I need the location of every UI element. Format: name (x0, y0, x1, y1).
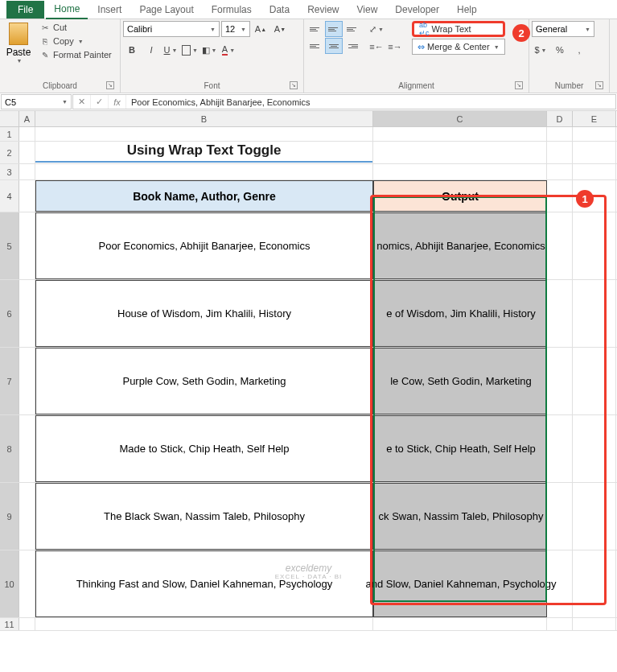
chevron-down-icon: ▼ (17, 58, 23, 64)
row-header-7[interactable]: 7 (0, 348, 19, 414)
select-all-button[interactable] (0, 111, 19, 126)
col-header-e[interactable]: E (573, 111, 616, 126)
fill-color-button[interactable]: ◧▼ (200, 42, 218, 58)
font-dialog-launcher[interactable]: ↘ (290, 81, 298, 89)
underline-button[interactable]: U▼ (162, 42, 179, 58)
paste-icon (9, 23, 28, 45)
align-left-button[interactable] (306, 38, 324, 54)
cell-b10[interactable]: Thinking Fast and Slow, Daniel Kahneman,… (35, 550, 373, 617)
cell-c9[interactable]: ck Swan, Nassim Taleb, Philosophy (373, 483, 547, 550)
merge-icon: ⇔ (418, 42, 425, 52)
paste-button[interactable]: Paste ▼ (2, 21, 35, 74)
font-color-icon: A (222, 45, 228, 56)
increase-font-button[interactable]: A▲ (252, 21, 269, 37)
worksheet: A B C D E 1 2Using Wrap Text Toggle 3 4B… (0, 111, 617, 631)
copy-icon: ⎘ (39, 35, 51, 47)
align-right-button[interactable] (343, 38, 361, 54)
align-middle-button[interactable] (325, 21, 343, 37)
align-center-button[interactable] (325, 38, 343, 54)
wrap-text-icon: ab↵c (419, 21, 430, 37)
row-header-9[interactable]: 9 (0, 483, 19, 550)
format-painter-button[interactable]: ✎Format Painter (38, 48, 113, 61)
header-b[interactable]: Book Name, Author, Genre (35, 180, 373, 212)
border-button[interactable]: ▼ (181, 42, 199, 58)
enter-formula-button[interactable]: ✓ (91, 95, 109, 109)
row-header-5[interactable]: 5 (0, 212, 19, 279)
callout-badge-2: 2 (512, 24, 530, 42)
row-header-8[interactable]: 8 (0, 415, 19, 482)
merge-center-button[interactable]: ⇔ Merge & Center ▼ (412, 39, 505, 55)
align-bottom-button[interactable] (343, 21, 361, 37)
cell-c8[interactable]: e to Stick, Chip Heath, Self Help (373, 415, 547, 482)
font-color-button[interactable]: A▼ (220, 42, 237, 58)
bucket-icon: ◧ (202, 45, 210, 56)
col-header-d[interactable]: D (547, 111, 573, 126)
tab-file[interactable]: File (6, 1, 44, 19)
row-header-3[interactable]: 3 (0, 164, 19, 179)
watermark: exceldemy EXCEL · DATA · BI (275, 563, 343, 581)
accounting-format-button[interactable]: $▼ (532, 42, 549, 58)
row-header-1[interactable]: 1 (0, 127, 19, 141)
col-header-c[interactable]: C (373, 111, 547, 126)
brush-icon: ✎ (39, 49, 51, 60)
cell-c6[interactable]: e of Wisdom, Jim Khalili, History (373, 280, 547, 347)
decrease-indent-button[interactable]: ≡← (368, 39, 385, 55)
cell-b8[interactable]: Made to Stick, Chip Heath, Self Help (35, 415, 373, 482)
paste-label: Paste (6, 47, 31, 58)
cell-b6[interactable]: House of Wisdom, Jim Khalili, History (35, 280, 373, 347)
tab-insert[interactable]: Insert (89, 1, 130, 19)
decrease-font-button[interactable]: A▼ (271, 21, 289, 37)
cut-button[interactable]: ✂Cut (38, 21, 113, 34)
orientation-button[interactable]: ⤢▼ (368, 21, 385, 37)
tab-review[interactable]: Review (299, 1, 347, 19)
cell-b5[interactable]: Poor Economics, Abhijit Banarjee, Econom… (35, 212, 373, 279)
tab-data[interactable]: Data (261, 1, 298, 19)
clipboard-group-label: Clipboard (43, 81, 77, 90)
cancel-formula-button[interactable]: ✕ (73, 95, 91, 109)
col-header-a[interactable]: A (19, 111, 35, 126)
font-name-combo[interactable]: Calibri▼ (123, 21, 220, 37)
scissors-icon: ✂ (39, 22, 51, 33)
table-title: Using Wrap Text Toggle (35, 142, 372, 163)
col-header-b[interactable]: B (35, 111, 373, 126)
cell-c7[interactable]: le Cow, Seth Godin, Marketing (373, 348, 547, 414)
name-box[interactable]: C5▼ (1, 94, 72, 109)
comma-format-button[interactable]: , (570, 42, 588, 58)
percent-format-button[interactable]: % (551, 42, 569, 58)
cell-b9[interactable]: The Black Swan, Nassim Taleb, Philosophy (35, 483, 373, 550)
number-dialog-launcher[interactable]: ↘ (595, 81, 603, 89)
alignment-group-label: Alignment (398, 81, 434, 90)
italic-button[interactable]: I (142, 42, 160, 58)
clipboard-dialog-launcher[interactable]: ↘ (106, 81, 114, 89)
tab-page-layout[interactable]: Page Layout (131, 1, 201, 19)
row-header-2[interactable]: 2 (0, 142, 19, 163)
increase-indent-button[interactable]: ≡→ (386, 39, 404, 55)
tab-developer[interactable]: Developer (387, 1, 447, 19)
alignment-dialog-launcher[interactable]: ↘ (515, 81, 523, 89)
cell-b7[interactable]: Purple Cow, Seth Godin, Marketing (35, 348, 373, 414)
border-icon (182, 45, 191, 56)
formula-input[interactable]: Poor Economics, Abhijit Banarjee, Econom… (126, 97, 615, 107)
row-header-10[interactable]: 10 (0, 550, 19, 617)
font-size-combo[interactable]: 12▼ (221, 21, 250, 37)
font-group-label: Font (204, 81, 220, 90)
tab-home[interactable]: Home (46, 0, 88, 19)
row-header-6[interactable]: 6 (0, 280, 19, 347)
fx-button[interactable]: fx (109, 95, 126, 109)
copy-button[interactable]: ⎘Copy▼ (38, 35, 113, 47)
bold-button[interactable]: B (123, 42, 141, 58)
number-format-combo[interactable]: General▼ (532, 21, 594, 37)
cell-c5[interactable]: nomics, Abhijit Banarjee, Economics (373, 212, 547, 279)
formula-bar: C5▼ ✕ ✓ fx Poor Economics, Abhijit Banar… (0, 93, 617, 111)
row-header-11[interactable]: 11 (0, 618, 19, 630)
row-header-4[interactable]: 4 (0, 180, 19, 212)
tab-help[interactable]: Help (449, 1, 485, 19)
cell-c10[interactable]: and Slow, Daniel Kahneman, Psychology (373, 550, 547, 617)
number-group-label: Number (555, 81, 584, 90)
callout-badge-1: 1 (576, 190, 594, 208)
wrap-text-button[interactable]: ab↵c Wrap Text (412, 21, 505, 37)
align-top-button[interactable] (306, 21, 324, 37)
header-c[interactable]: Output (373, 180, 547, 212)
tab-view[interactable]: View (349, 1, 386, 19)
tab-formulas[interactable]: Formulas (204, 1, 260, 19)
